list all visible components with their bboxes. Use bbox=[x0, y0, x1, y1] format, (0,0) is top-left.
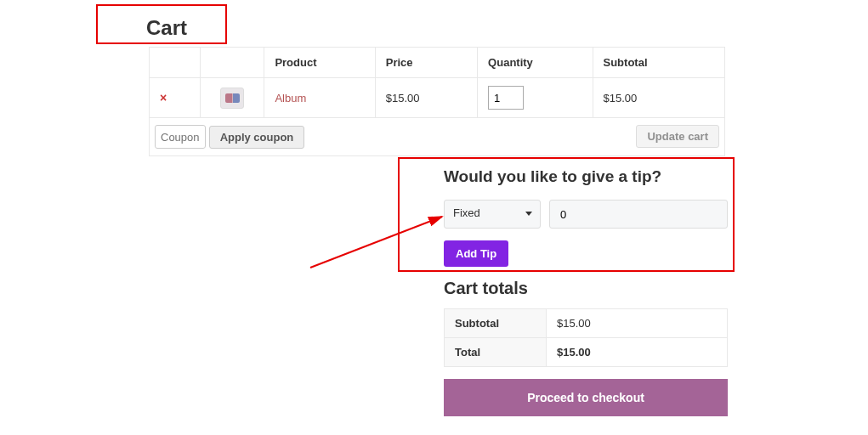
page-title: Cart bbox=[146, 16, 187, 40]
col-subtotal-header: Subtotal bbox=[593, 48, 725, 78]
cart-totals-table: Subtotal $15.00 Total $15.00 bbox=[444, 308, 728, 367]
cart-actions-row: Apply coupon Update cart bbox=[150, 118, 725, 156]
col-thumb-header bbox=[201, 48, 264, 78]
apply-coupon-button[interactable]: Apply coupon bbox=[209, 126, 305, 149]
product-thumbnail[interactable] bbox=[220, 88, 244, 109]
col-product-header: Product bbox=[264, 48, 375, 78]
subtotal-label: Subtotal bbox=[445, 309, 547, 338]
remove-item-button[interactable]: × bbox=[160, 91, 167, 105]
product-subtotal: $15.00 bbox=[593, 78, 725, 118]
cart-totals-heading: Cart totals bbox=[444, 279, 728, 298]
col-quantity-header: Quantity bbox=[478, 48, 593, 78]
col-remove-header bbox=[150, 48, 201, 78]
product-name-link[interactable]: Album bbox=[275, 92, 306, 105]
col-price-header: Price bbox=[375, 48, 477, 78]
add-tip-button[interactable]: Add Tip bbox=[444, 240, 508, 267]
cart-row: × Album $15.00 $15.00 bbox=[150, 78, 725, 118]
update-cart-button[interactable]: Update cart bbox=[636, 125, 719, 148]
total-value: $15.00 bbox=[547, 338, 728, 367]
svg-line-0 bbox=[310, 217, 442, 268]
tip-section: Would you like to give a tip? Fixed Add … bbox=[444, 167, 728, 267]
coupon-code-input[interactable] bbox=[155, 125, 206, 149]
tip-heading: Would you like to give a tip? bbox=[444, 167, 728, 186]
tip-type-value: Fixed bbox=[453, 206, 480, 219]
product-price: $15.00 bbox=[375, 78, 477, 118]
tip-amount-input[interactable] bbox=[549, 200, 728, 229]
subtotal-value: $15.00 bbox=[547, 309, 728, 338]
chevron-down-icon bbox=[525, 212, 532, 216]
proceed-to-checkout-button[interactable]: Proceed to checkout bbox=[444, 379, 728, 416]
quantity-input[interactable] bbox=[488, 86, 524, 110]
annotation-arrow-icon bbox=[306, 208, 459, 276]
cart-table: Product Price Quantity Subtotal × Album … bbox=[149, 47, 725, 156]
cart-totals-section: Cart totals Subtotal $15.00 Total $15.00… bbox=[444, 279, 728, 416]
tip-type-select[interactable]: Fixed bbox=[444, 200, 541, 229]
total-label: Total bbox=[445, 338, 547, 367]
